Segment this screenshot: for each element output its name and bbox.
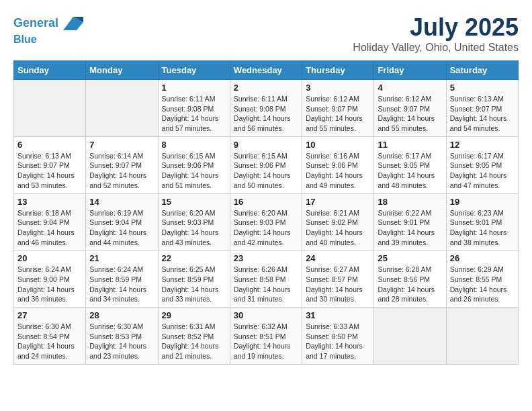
calendar-day-cell: 30 Sunrise: 6:32 AMSunset: 8:51 PMDaylig…	[230, 308, 302, 365]
day-number: 27	[17, 310, 82, 320]
day-info: Sunrise: 6:24 AMSunset: 9:00 PMDaylight:…	[17, 265, 82, 304]
day-number: 16	[234, 197, 298, 207]
calendar-week-row: 20 Sunrise: 6:24 AMSunset: 9:00 PMDaylig…	[14, 250, 519, 308]
logo: General Blue	[13, 13, 83, 46]
day-info: Sunrise: 6:14 AMSunset: 9:07 PMDaylight:…	[89, 151, 154, 191]
calendar-day-cell: 2 Sunrise: 6:11 AMSunset: 9:08 PMDayligh…	[230, 80, 302, 137]
day-number: 18	[378, 197, 442, 207]
calendar-day-cell: 8 Sunrise: 6:15 AMSunset: 9:06 PMDayligh…	[158, 136, 230, 193]
day-number: 12	[450, 140, 515, 150]
title-section: July 2025 Holiday Valley, Ohio, United S…	[353, 13, 519, 54]
day-number: 9	[234, 140, 298, 150]
calendar-day-cell: 15 Sunrise: 6:20 AMSunset: 9:03 PMDaylig…	[158, 193, 230, 250]
day-info: Sunrise: 6:33 AMSunset: 8:50 PMDaylight:…	[306, 322, 370, 361]
day-info: Sunrise: 6:20 AMSunset: 9:03 PMDaylight:…	[162, 208, 226, 248]
calendar-day-cell: 18 Sunrise: 6:22 AMSunset: 9:01 PMDaylig…	[374, 193, 446, 250]
day-number: 17	[306, 197, 370, 207]
weekday-header: Monday	[86, 61, 158, 80]
day-info: Sunrise: 6:11 AMSunset: 9:08 PMDaylight:…	[162, 94, 226, 134]
day-number: 26	[450, 253, 515, 263]
calendar-day-cell: 4 Sunrise: 6:12 AMSunset: 9:07 PMDayligh…	[374, 80, 446, 137]
day-number: 29	[162, 310, 226, 320]
day-number: 22	[162, 253, 226, 263]
day-info: Sunrise: 6:31 AMSunset: 8:52 PMDaylight:…	[162, 322, 226, 361]
calendar-day-cell: 3 Sunrise: 6:12 AMSunset: 9:07 PMDayligh…	[302, 80, 374, 137]
day-info: Sunrise: 6:29 AMSunset: 8:55 PMDaylight:…	[450, 265, 515, 304]
calendar-day-cell: 6 Sunrise: 6:13 AMSunset: 9:07 PMDayligh…	[14, 136, 86, 193]
calendar-day-cell: 24 Sunrise: 6:27 AMSunset: 8:57 PMDaylig…	[302, 250, 374, 308]
day-number: 5	[450, 83, 515, 93]
day-info: Sunrise: 6:23 AMSunset: 9:01 PMDaylight:…	[450, 208, 515, 248]
day-number: 2	[234, 83, 298, 93]
day-number: 19	[450, 197, 515, 207]
calendar-day-cell	[86, 80, 158, 137]
location: Holiday Valley, Ohio, United States	[353, 42, 519, 54]
calendar-week-row: 27 Sunrise: 6:30 AMSunset: 8:54 PMDaylig…	[14, 308, 519, 365]
calendar-day-cell: 17 Sunrise: 6:21 AMSunset: 9:02 PMDaylig…	[302, 193, 374, 250]
logo-text: General	[13, 13, 83, 34]
day-number: 28	[89, 310, 154, 320]
day-number: 24	[306, 253, 370, 263]
day-info: Sunrise: 6:28 AMSunset: 8:56 PMDaylight:…	[378, 265, 442, 304]
calendar-day-cell: 25 Sunrise: 6:28 AMSunset: 8:56 PMDaylig…	[374, 250, 446, 308]
day-info: Sunrise: 6:15 AMSunset: 9:06 PMDaylight:…	[162, 151, 226, 191]
day-info: Sunrise: 6:20 AMSunset: 9:03 PMDaylight:…	[234, 208, 298, 248]
day-info: Sunrise: 6:19 AMSunset: 9:04 PMDaylight:…	[89, 208, 154, 248]
day-number: 31	[306, 310, 370, 320]
calendar-day-cell: 20 Sunrise: 6:24 AMSunset: 9:00 PMDaylig…	[14, 250, 86, 308]
calendar-body: 1 Sunrise: 6:11 AMSunset: 9:08 PMDayligh…	[14, 80, 519, 365]
day-info: Sunrise: 6:25 AMSunset: 8:59 PMDaylight:…	[162, 265, 226, 304]
weekday-header: Friday	[374, 61, 446, 80]
day-number: 7	[89, 140, 154, 150]
day-info: Sunrise: 6:32 AMSunset: 8:51 PMDaylight:…	[234, 322, 298, 361]
day-info: Sunrise: 6:30 AMSunset: 8:54 PMDaylight:…	[17, 322, 82, 361]
day-info: Sunrise: 6:13 AMSunset: 9:07 PMDaylight:…	[17, 151, 82, 191]
weekday-header: Thursday	[302, 61, 374, 80]
calendar-day-cell: 14 Sunrise: 6:19 AMSunset: 9:04 PMDaylig…	[86, 193, 158, 250]
calendar-header: SundayMondayTuesdayWednesdayThursdayFrid…	[14, 61, 519, 80]
day-info: Sunrise: 6:11 AMSunset: 9:08 PMDaylight:…	[234, 94, 298, 134]
day-number: 25	[378, 253, 442, 263]
calendar-day-cell: 9 Sunrise: 6:15 AMSunset: 9:06 PMDayligh…	[230, 136, 302, 193]
calendar-day-cell: 19 Sunrise: 6:23 AMSunset: 9:01 PMDaylig…	[446, 193, 518, 250]
day-info: Sunrise: 6:13 AMSunset: 9:07 PMDaylight:…	[450, 94, 515, 134]
calendar-day-cell	[14, 80, 86, 137]
calendar-day-cell	[374, 308, 446, 365]
weekday-header: Saturday	[446, 61, 518, 80]
day-info: Sunrise: 6:30 AMSunset: 8:53 PMDaylight:…	[89, 322, 154, 361]
calendar-day-cell: 11 Sunrise: 6:17 AMSunset: 9:05 PMDaylig…	[374, 136, 446, 193]
day-number: 14	[89, 197, 154, 207]
calendar-day-cell: 16 Sunrise: 6:20 AMSunset: 9:03 PMDaylig…	[230, 193, 302, 250]
calendar-day-cell: 26 Sunrise: 6:29 AMSunset: 8:55 PMDaylig…	[446, 250, 518, 308]
day-number: 10	[306, 140, 370, 150]
calendar-day-cell	[446, 308, 518, 365]
calendar-day-cell: 12 Sunrise: 6:17 AMSunset: 9:05 PMDaylig…	[446, 136, 518, 193]
day-number: 20	[17, 253, 82, 263]
day-number: 4	[378, 83, 442, 93]
day-number: 13	[17, 197, 82, 207]
calendar-week-row: 6 Sunrise: 6:13 AMSunset: 9:07 PMDayligh…	[14, 136, 519, 193]
calendar-day-cell: 10 Sunrise: 6:16 AMSunset: 9:06 PMDaylig…	[302, 136, 374, 193]
calendar-day-cell: 27 Sunrise: 6:30 AMSunset: 8:54 PMDaylig…	[14, 308, 86, 365]
day-info: Sunrise: 6:21 AMSunset: 9:02 PMDaylight:…	[306, 208, 370, 248]
calendar-table: SundayMondayTuesdayWednesdayThursdayFrid…	[13, 60, 519, 365]
day-info: Sunrise: 6:27 AMSunset: 8:57 PMDaylight:…	[306, 265, 370, 304]
logo-subtext: Blue	[13, 34, 83, 46]
day-info: Sunrise: 6:16 AMSunset: 9:06 PMDaylight:…	[306, 151, 370, 191]
day-info: Sunrise: 6:26 AMSunset: 8:58 PMDaylight:…	[234, 265, 298, 304]
calendar-day-cell: 22 Sunrise: 6:25 AMSunset: 8:59 PMDaylig…	[158, 250, 230, 308]
day-number: 8	[162, 140, 226, 150]
calendar-week-row: 1 Sunrise: 6:11 AMSunset: 9:08 PMDayligh…	[14, 80, 519, 137]
calendar-day-cell: 5 Sunrise: 6:13 AMSunset: 9:07 PMDayligh…	[446, 80, 518, 137]
day-number: 6	[17, 140, 82, 150]
calendar-day-cell: 29 Sunrise: 6:31 AMSunset: 8:52 PMDaylig…	[158, 308, 230, 365]
day-info: Sunrise: 6:22 AMSunset: 9:01 PMDaylight:…	[378, 208, 442, 248]
calendar-week-row: 13 Sunrise: 6:18 AMSunset: 9:04 PMDaylig…	[14, 193, 519, 250]
day-number: 21	[89, 253, 154, 263]
day-info: Sunrise: 6:17 AMSunset: 9:05 PMDaylight:…	[378, 151, 442, 191]
weekday-header: Wednesday	[230, 61, 302, 80]
calendar-day-cell: 28 Sunrise: 6:30 AMSunset: 8:53 PMDaylig…	[86, 308, 158, 365]
calendar-day-cell: 13 Sunrise: 6:18 AMSunset: 9:04 PMDaylig…	[14, 193, 86, 250]
day-number: 1	[162, 83, 226, 93]
day-info: Sunrise: 6:12 AMSunset: 9:07 PMDaylight:…	[378, 94, 442, 134]
